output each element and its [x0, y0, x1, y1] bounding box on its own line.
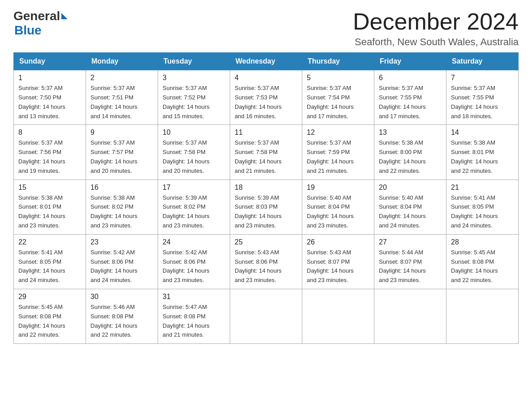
day-number: 21	[451, 184, 514, 192]
calendar-day-cell: 20 Sunrise: 5:40 AM Sunset: 8:04 PM Dayl…	[374, 180, 446, 234]
day-info: Sunrise: 5:39 AM Sunset: 8:03 PM Dayligh…	[235, 193, 297, 231]
calendar-day-cell	[302, 289, 374, 343]
calendar-week-row: 15 Sunrise: 5:38 AM Sunset: 8:01 PM Dayl…	[14, 180, 519, 234]
calendar-body: 1 Sunrise: 5:37 AM Sunset: 7:50 PM Dayli…	[14, 70, 519, 344]
day-number: 18	[235, 184, 297, 192]
day-number: 4	[235, 74, 297, 82]
calendar-day-cell: 8 Sunrise: 5:37 AM Sunset: 7:56 PM Dayli…	[14, 125, 86, 180]
day-info: Sunrise: 5:37 AM Sunset: 7:50 PM Dayligh…	[18, 84, 81, 121]
day-info: Sunrise: 5:37 AM Sunset: 7:51 PM Dayligh…	[90, 84, 153, 121]
day-info: Sunrise: 5:39 AM Sunset: 8:02 PM Dayligh…	[163, 193, 225, 231]
column-header-sunday: Sunday	[14, 53, 86, 70]
logo: General Blue	[13, 9, 69, 38]
day-number: 10	[163, 128, 225, 137]
calendar-day-cell: 10 Sunrise: 5:37 AM Sunset: 7:58 PM Dayl…	[158, 125, 230, 180]
calendar-day-cell: 31 Sunrise: 5:47 AM Sunset: 8:08 PM Dayl…	[158, 289, 230, 343]
day-number: 11	[235, 128, 297, 137]
day-number: 9	[90, 128, 153, 137]
day-info: Sunrise: 5:38 AM Sunset: 8:01 PM Dayligh…	[451, 138, 514, 176]
calendar-day-cell: 25 Sunrise: 5:43 AM Sunset: 8:06 PM Dayl…	[230, 234, 302, 289]
day-info: Sunrise: 5:37 AM Sunset: 7:53 PM Dayligh…	[235, 84, 297, 121]
location: Seaforth, New South Wales, Australia	[353, 36, 519, 48]
day-info: Sunrise: 5:37 AM Sunset: 7:56 PM Dayligh…	[18, 138, 81, 176]
day-info: Sunrise: 5:37 AM Sunset: 7:59 PM Dayligh…	[307, 138, 369, 176]
calendar-day-cell: 6 Sunrise: 5:37 AM Sunset: 7:55 PM Dayli…	[374, 70, 446, 125]
day-number: 2	[90, 74, 153, 82]
day-number: 15	[18, 184, 81, 192]
day-info: Sunrise: 5:41 AM Sunset: 8:05 PM Dayligh…	[18, 248, 81, 285]
day-number: 20	[379, 184, 442, 192]
calendar-day-cell: 21 Sunrise: 5:41 AM Sunset: 8:05 PM Dayl…	[446, 180, 519, 234]
day-info: Sunrise: 5:41 AM Sunset: 8:05 PM Dayligh…	[451, 193, 514, 231]
day-info: Sunrise: 5:38 AM Sunset: 8:02 PM Dayligh…	[90, 193, 153, 231]
column-header-friday: Friday	[374, 53, 446, 70]
calendar-table: SundayMondayTuesdayWednesdayThursdayFrid…	[13, 52, 519, 344]
day-number: 27	[379, 238, 442, 246]
day-number: 5	[307, 74, 369, 82]
day-number: 1	[18, 74, 81, 82]
calendar-week-row: 29 Sunrise: 5:45 AM Sunset: 8:08 PM Dayl…	[14, 289, 519, 343]
day-number: 30	[90, 293, 153, 301]
month-title: December 2024	[353, 9, 519, 34]
day-info: Sunrise: 5:43 AM Sunset: 8:07 PM Dayligh…	[307, 248, 369, 285]
calendar-week-row: 1 Sunrise: 5:37 AM Sunset: 7:50 PM Dayli…	[14, 70, 519, 125]
day-number: 14	[451, 128, 514, 137]
logo-blue-text: Blue	[14, 23, 42, 37]
calendar-day-cell: 12 Sunrise: 5:37 AM Sunset: 7:59 PM Dayl…	[302, 125, 374, 180]
day-info: Sunrise: 5:37 AM Sunset: 7:55 PM Dayligh…	[451, 84, 514, 121]
calendar-day-cell: 4 Sunrise: 5:37 AM Sunset: 7:53 PM Dayli…	[230, 70, 302, 125]
calendar-day-cell: 18 Sunrise: 5:39 AM Sunset: 8:03 PM Dayl…	[230, 180, 302, 234]
calendar-day-cell: 9 Sunrise: 5:37 AM Sunset: 7:57 PM Dayli…	[86, 125, 158, 180]
page-header: General Blue December 2024 Seaforth, New…	[13, 9, 519, 48]
day-info: Sunrise: 5:43 AM Sunset: 8:06 PM Dayligh…	[235, 248, 297, 285]
calendar-header-row: SundayMondayTuesdayWednesdayThursdayFrid…	[14, 53, 519, 70]
logo-arrow-icon	[61, 13, 68, 19]
column-header-saturday: Saturday	[446, 53, 519, 70]
calendar-day-cell: 2 Sunrise: 5:37 AM Sunset: 7:51 PM Dayli…	[86, 70, 158, 125]
calendar-day-cell: 17 Sunrise: 5:39 AM Sunset: 8:02 PM Dayl…	[158, 180, 230, 234]
day-number: 17	[163, 184, 225, 192]
day-number: 19	[307, 184, 369, 192]
calendar-day-cell: 26 Sunrise: 5:43 AM Sunset: 8:07 PM Dayl…	[302, 234, 374, 289]
day-info: Sunrise: 5:40 AM Sunset: 8:04 PM Dayligh…	[307, 193, 369, 231]
day-number: 29	[18, 293, 81, 301]
day-number: 8	[18, 128, 81, 137]
day-number: 31	[163, 293, 225, 301]
calendar-day-cell: 30 Sunrise: 5:46 AM Sunset: 8:08 PM Dayl…	[86, 289, 158, 343]
logo-general-text: General	[13, 9, 60, 23]
calendar-day-cell: 14 Sunrise: 5:38 AM Sunset: 8:01 PM Dayl…	[446, 125, 519, 180]
day-info: Sunrise: 5:40 AM Sunset: 8:04 PM Dayligh…	[379, 193, 442, 231]
column-header-tuesday: Tuesday	[158, 53, 230, 70]
calendar-day-cell: 5 Sunrise: 5:37 AM Sunset: 7:54 PM Dayli…	[302, 70, 374, 125]
calendar-day-cell: 29 Sunrise: 5:45 AM Sunset: 8:08 PM Dayl…	[14, 289, 86, 343]
calendar-day-cell: 1 Sunrise: 5:37 AM Sunset: 7:50 PM Dayli…	[14, 70, 86, 125]
calendar-day-cell: 3 Sunrise: 5:37 AM Sunset: 7:52 PM Dayli…	[158, 70, 230, 125]
calendar-day-cell: 7 Sunrise: 5:37 AM Sunset: 7:55 PM Dayli…	[446, 70, 519, 125]
day-info: Sunrise: 5:44 AM Sunset: 8:07 PM Dayligh…	[379, 248, 442, 285]
title-section: December 2024 Seaforth, New South Wales,…	[353, 9, 519, 48]
day-info: Sunrise: 5:37 AM Sunset: 7:58 PM Dayligh…	[163, 138, 225, 176]
day-info: Sunrise: 5:45 AM Sunset: 8:08 PM Dayligh…	[451, 248, 514, 285]
calendar-week-row: 22 Sunrise: 5:41 AM Sunset: 8:05 PM Dayl…	[14, 234, 519, 289]
day-info: Sunrise: 5:37 AM Sunset: 7:54 PM Dayligh…	[307, 84, 369, 121]
calendar-day-cell: 24 Sunrise: 5:42 AM Sunset: 8:06 PM Dayl…	[158, 234, 230, 289]
calendar-day-cell: 28 Sunrise: 5:45 AM Sunset: 8:08 PM Dayl…	[446, 234, 519, 289]
day-number: 12	[307, 128, 369, 137]
day-info: Sunrise: 5:42 AM Sunset: 8:06 PM Dayligh…	[163, 248, 225, 285]
calendar-day-cell: 16 Sunrise: 5:38 AM Sunset: 8:02 PM Dayl…	[86, 180, 158, 234]
day-number: 25	[235, 238, 297, 246]
day-info: Sunrise: 5:46 AM Sunset: 8:08 PM Dayligh…	[90, 303, 153, 340]
day-info: Sunrise: 5:37 AM Sunset: 7:57 PM Dayligh…	[90, 138, 153, 176]
calendar-day-cell	[446, 289, 519, 343]
calendar-day-cell: 15 Sunrise: 5:38 AM Sunset: 8:01 PM Dayl…	[14, 180, 86, 234]
calendar-week-row: 8 Sunrise: 5:37 AM Sunset: 7:56 PM Dayli…	[14, 125, 519, 180]
calendar-day-cell: 27 Sunrise: 5:44 AM Sunset: 8:07 PM Dayl…	[374, 234, 446, 289]
day-info: Sunrise: 5:38 AM Sunset: 8:00 PM Dayligh…	[379, 138, 442, 176]
day-info: Sunrise: 5:37 AM Sunset: 7:55 PM Dayligh…	[379, 84, 442, 121]
calendar-day-cell	[374, 289, 446, 343]
calendar-day-cell: 23 Sunrise: 5:42 AM Sunset: 8:06 PM Dayl…	[86, 234, 158, 289]
calendar-day-cell	[230, 289, 302, 343]
day-number: 23	[90, 238, 153, 246]
day-number: 26	[307, 238, 369, 246]
calendar-day-cell: 13 Sunrise: 5:38 AM Sunset: 8:00 PM Dayl…	[374, 125, 446, 180]
